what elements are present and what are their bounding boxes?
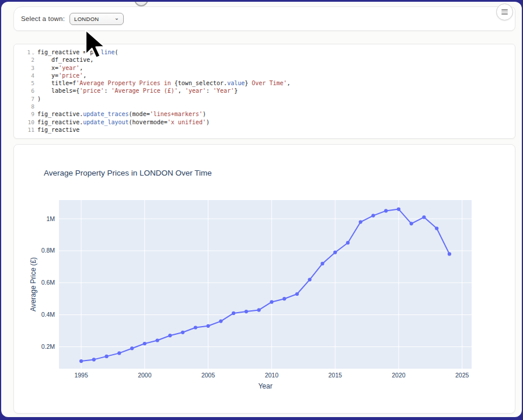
y-tick-label: 0.4M	[41, 311, 55, 318]
code-line[interactable]: 7)	[14, 95, 515, 103]
controls-cell-card: Select a town: LONDON ⌄	[13, 6, 515, 31]
data-point-marker[interactable]	[422, 215, 426, 219]
data-point-marker[interactable]	[371, 214, 375, 218]
notebook-menu-button[interactable]	[496, 4, 513, 20]
plot-area[interactable]	[59, 200, 472, 369]
code-text: fig_reactive.update_layout(hovermode='x …	[37, 118, 210, 126]
data-point-marker[interactable]	[168, 334, 172, 337]
data-point-marker[interactable]	[257, 308, 261, 312]
data-point-marker[interactable]	[92, 358, 96, 361]
data-point-marker[interactable]	[435, 226, 438, 230]
data-point-marker[interactable]	[194, 326, 197, 329]
line-number: 1⌄	[14, 48, 37, 56]
data-point-marker[interactable]	[270, 300, 273, 304]
data-point-marker[interactable]	[219, 320, 222, 323]
x-tick-label: 2025	[455, 372, 469, 379]
line-number: 3	[14, 64, 37, 72]
line-number: 8	[14, 103, 37, 110]
line-number: 9	[14, 110, 37, 118]
line-number: 10	[14, 118, 37, 126]
code-line[interactable]: 3 x='year',	[14, 64, 515, 72]
data-point-marker[interactable]	[308, 278, 312, 281]
line-number: 2	[14, 56, 37, 64]
code-text: fig_reactive.update_traces(mode='lines+m…	[37, 110, 206, 118]
y-tick-label: 0.2M	[41, 343, 55, 350]
code-text: title=f'Average Property Prices in {town…	[37, 79, 291, 87]
code-text: df_reactive,	[37, 56, 93, 64]
line-number: 4	[14, 72, 37, 79]
x-axis-label: Year	[258, 382, 272, 390]
chart-title: Average Property Prices in LONDON Over T…	[44, 169, 212, 177]
data-point-marker[interactable]	[245, 310, 248, 313]
code-line[interactable]: 1⌄fig_reactive = px.line(	[14, 48, 515, 56]
code-line[interactable]: 4 y='price',	[14, 72, 515, 79]
hamburger-menu-icon	[501, 9, 508, 16]
fold-chevron-icon[interactable]: ⌄	[30, 50, 34, 55]
data-point-marker[interactable]	[397, 208, 400, 211]
town-select-value: LONDON	[74, 16, 114, 22]
data-point-marker[interactable]	[346, 241, 350, 244]
chart-output-card: 19952000200520102015202020250.2M0.4M0.6M…	[13, 144, 515, 414]
code-text: x='year',	[37, 64, 83, 72]
app-window: Select a town: LONDON ⌄ 1⌄fig_reactive =…	[1, 2, 522, 417]
data-point-marker[interactable]	[295, 292, 299, 296]
x-tick-label: 2020	[392, 372, 406, 379]
data-point-marker[interactable]	[117, 351, 121, 355]
line-number: 11	[14, 126, 37, 134]
data-point-marker[interactable]	[359, 220, 362, 224]
code-line[interactable]: 2 df_reactive,	[14, 56, 515, 64]
town-select-dropdown[interactable]: LONDON ⌄	[69, 13, 124, 25]
x-tick-label: 2000	[138, 372, 152, 379]
cutoff-logo-blob	[134, 2, 148, 6]
code-line[interactable]: 5 title=f'Average Property Prices in {to…	[14, 79, 515, 87]
data-point-marker[interactable]	[410, 222, 413, 225]
code-text: labels={'price': 'Average Price (£)', 'y…	[37, 87, 238, 94]
code-line[interactable]: 6 labels={'price': 'Average Price (£)', …	[14, 87, 515, 94]
data-point-marker[interactable]	[384, 209, 388, 212]
data-point-marker[interactable]	[333, 251, 337, 254]
x-tick-label: 1995	[74, 372, 88, 379]
line-number: 7	[14, 95, 37, 103]
code-text: fig_reactive = px.line(	[37, 48, 118, 56]
data-point-marker[interactable]	[207, 324, 210, 328]
code-line[interactable]: 8	[14, 103, 515, 110]
data-point-marker[interactable]	[448, 252, 451, 256]
y-tick-label: 1M	[46, 215, 55, 222]
x-tick-label: 2015	[328, 372, 342, 379]
y-tick-label: 0.6M	[41, 279, 55, 286]
data-point-marker[interactable]	[79, 359, 83, 363]
code-text: fig_reactive	[37, 126, 79, 134]
line-number: 6	[14, 87, 37, 94]
code-line[interactable]: 9fig_reactive.update_traces(mode='lines+…	[14, 110, 515, 118]
data-point-marker[interactable]	[105, 355, 109, 358]
plotly-line-chart[interactable]: 19952000200520102015202020250.2M0.4M0.6M…	[14, 145, 515, 413]
data-point-marker[interactable]	[130, 346, 134, 350]
code-text: )	[37, 95, 41, 103]
x-tick-label: 2010	[265, 372, 279, 379]
data-point-marker[interactable]	[320, 262, 324, 265]
data-point-marker[interactable]	[232, 312, 235, 315]
data-point-marker[interactable]	[283, 297, 286, 300]
code-line[interactable]: 11fig_reactive	[14, 126, 515, 134]
line-number: 5	[14, 79, 37, 87]
data-point-marker[interactable]	[156, 338, 159, 342]
code-text: y='price',	[37, 72, 86, 79]
y-axis-label: Average Price (£)	[29, 257, 37, 312]
data-point-marker[interactable]	[143, 342, 147, 345]
y-tick-label: 0.8M	[41, 247, 55, 254]
chevron-down-icon: ⌄	[114, 15, 119, 21]
data-point-marker[interactable]	[181, 331, 184, 334]
town-select-label: Select a town:	[21, 15, 65, 22]
code-cell-card[interactable]: 1⌄fig_reactive = px.line(2 df_reactive,3…	[13, 44, 515, 139]
code-line[interactable]: 10fig_reactive.update_layout(hovermode='…	[14, 118, 515, 126]
x-tick-label: 2005	[201, 372, 215, 379]
